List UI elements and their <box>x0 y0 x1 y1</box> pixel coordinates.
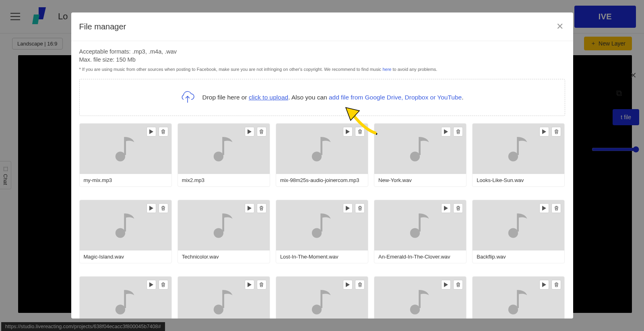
play-file-button[interactable] <box>343 203 353 213</box>
svg-rect-12 <box>419 137 421 155</box>
file-name-label: New-York.wav <box>374 174 466 186</box>
play-icon <box>542 129 546 134</box>
file-card[interactable]: Technicolor.wav <box>178 200 270 263</box>
delete-file-button[interactable] <box>551 127 561 137</box>
svg-point-38 <box>312 304 322 314</box>
file-card[interactable]: Magic-Island.wav <box>79 200 172 263</box>
play-file-button[interactable] <box>147 203 156 213</box>
svg-point-2 <box>115 151 125 161</box>
svg-rect-42 <box>419 290 421 308</box>
dropzone-text: Drop file here or click to upload. Also … <box>202 94 463 101</box>
delete-file-button[interactable] <box>159 280 168 290</box>
svg-rect-45 <box>517 290 519 308</box>
play-file-button[interactable] <box>343 280 353 290</box>
trash-icon <box>358 282 362 287</box>
file-card[interactable]: mix-98m25s-audio-joinercom.mp3 <box>276 123 368 187</box>
play-file-button[interactable] <box>245 203 254 213</box>
music-note-icon <box>114 288 137 316</box>
play-file-button[interactable] <box>441 280 451 290</box>
play-file-button[interactable] <box>441 127 451 137</box>
file-thumbnail <box>473 277 564 319</box>
delete-file-button[interactable] <box>355 127 365 137</box>
file-card[interactable] <box>79 276 172 319</box>
add-from-cloud-link[interactable]: add file from Google Drive, Dropbox or Y… <box>329 94 462 101</box>
click-to-upload-link[interactable]: click to upload <box>249 94 288 101</box>
play-file-button[interactable] <box>539 127 549 137</box>
delete-file-button[interactable] <box>257 203 266 213</box>
svg-rect-6 <box>222 137 224 155</box>
svg-rect-18 <box>124 213 126 232</box>
svg-point-14 <box>508 151 518 161</box>
play-file-button[interactable] <box>147 280 156 290</box>
modal-title: File manager <box>79 22 126 31</box>
delete-file-button[interactable] <box>355 203 365 213</box>
play-file-button[interactable] <box>539 280 549 290</box>
play-file-button[interactable] <box>441 203 451 213</box>
music-note-icon <box>409 288 431 316</box>
file-card[interactable]: Looks-Like-Sun.wav <box>472 123 565 187</box>
delete-file-button[interactable] <box>453 127 463 137</box>
file-thumbnail <box>276 200 368 250</box>
file-card[interactable] <box>472 276 565 319</box>
file-card[interactable]: my-mix.mp3 <box>79 123 172 187</box>
delete-file-button[interactable] <box>355 280 365 290</box>
play-icon <box>542 206 546 211</box>
delete-file-button[interactable] <box>453 203 463 213</box>
modal-body: Acceptable formats: .mp3, .m4a, .wav Max… <box>71 41 573 319</box>
trash-icon <box>259 206 264 211</box>
delete-file-button[interactable] <box>159 127 168 137</box>
file-card[interactable]: New-York.wav <box>374 123 466 187</box>
file-card[interactable]: mix2.mp3 <box>178 123 270 187</box>
trash-icon <box>554 282 559 287</box>
svg-marker-16 <box>542 129 546 134</box>
file-name-label: Lost-In-The-Moment.wav <box>276 250 368 263</box>
play-file-button[interactable] <box>147 127 156 137</box>
play-icon <box>149 206 153 211</box>
delete-file-button[interactable] <box>453 280 463 290</box>
play-icon <box>346 129 350 134</box>
music-note-icon <box>213 288 235 316</box>
music-source-link[interactable]: here <box>382 67 391 72</box>
file-thumbnail <box>473 124 564 174</box>
svg-point-5 <box>214 151 223 161</box>
files-grid: my-mix.mp3 mix2.mp3 <box>79 123 565 319</box>
delete-file-button[interactable] <box>257 280 266 290</box>
play-file-button[interactable] <box>539 203 549 213</box>
svg-marker-25 <box>346 206 350 211</box>
modal-overlay[interactable]: File manager ✕ Acceptable formats: .mp3,… <box>0 0 644 331</box>
upload-dropzone[interactable]: Drop file here or click to upload. Also … <box>79 79 565 116</box>
svg-marker-4 <box>149 129 153 134</box>
delete-file-button[interactable] <box>551 203 561 213</box>
delete-file-button[interactable] <box>551 280 561 290</box>
trash-icon <box>161 282 165 287</box>
play-icon <box>248 206 252 211</box>
play-file-button[interactable] <box>343 127 353 137</box>
svg-point-32 <box>115 304 125 314</box>
play-file-button[interactable] <box>245 127 254 137</box>
svg-rect-15 <box>517 137 519 155</box>
play-icon <box>149 129 153 134</box>
file-card[interactable] <box>374 276 466 319</box>
modal-close-button[interactable]: ✕ <box>555 20 565 33</box>
file-thumbnail <box>276 277 368 319</box>
file-card[interactable] <box>276 276 368 319</box>
svg-rect-24 <box>320 213 322 232</box>
svg-marker-46 <box>542 282 546 287</box>
file-card[interactable]: Backflip.wav <box>472 200 565 263</box>
svg-marker-28 <box>444 206 448 211</box>
svg-point-26 <box>410 228 420 238</box>
svg-point-17 <box>115 228 125 238</box>
music-note-icon <box>114 211 137 240</box>
svg-point-35 <box>214 304 223 314</box>
file-card[interactable] <box>178 276 270 319</box>
play-file-button[interactable] <box>245 280 254 290</box>
delete-file-button[interactable] <box>257 127 266 137</box>
file-thumbnail <box>178 277 270 319</box>
file-card[interactable]: An-Emerald-In-The-Clover.wav <box>374 200 466 263</box>
file-thumbnail <box>178 124 270 174</box>
file-name-label: Technicolor.wav <box>178 250 270 263</box>
music-note-icon <box>311 288 333 316</box>
file-card[interactable]: Lost-In-The-Moment.wav <box>276 200 368 263</box>
delete-file-button[interactable] <box>159 203 168 213</box>
play-icon <box>444 129 448 134</box>
